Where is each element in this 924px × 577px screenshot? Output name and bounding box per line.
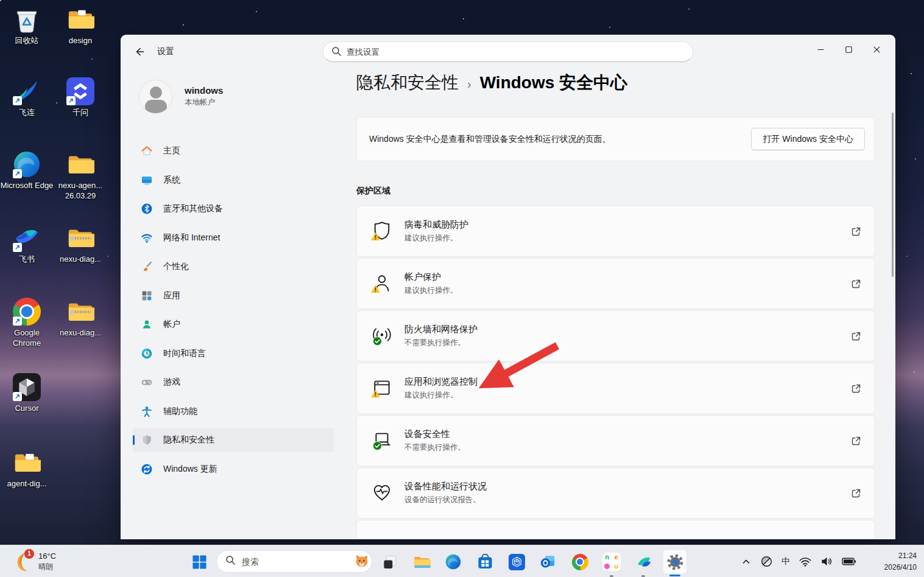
sidebar-item-bluetooth-devices[interactable]: 蓝牙和其他设备 xyxy=(133,197,334,221)
taskbar-search-input[interactable] xyxy=(242,557,352,567)
task-view-button[interactable] xyxy=(378,550,402,574)
search-icon xyxy=(225,555,236,568)
qianwen-icon xyxy=(66,77,95,106)
breadcrumb-separator: › xyxy=(467,77,471,91)
search-highlight-fox-icon xyxy=(352,551,370,572)
settings-button-active[interactable] xyxy=(663,550,687,574)
desktop-icon-feilian[interactable]: 飞连 xyxy=(0,77,54,118)
card-device-security[interactable]: 设备安全性 不需要执行操作。 xyxy=(356,415,875,466)
desktop-icon-feishu[interactable]: 飞书 xyxy=(0,223,54,265)
qianwen-cube-app-button[interactable] xyxy=(504,550,529,574)
shield-warning-icon xyxy=(372,220,393,242)
sidebar-nav: 主页 系统 蓝牙和其他设备 网络和 Internet 个性化 应用 帐户 时间 xyxy=(133,139,334,486)
gamepad-icon xyxy=(141,376,153,388)
protection-cards: 病毒和威胁防护 建议执行操作。 帐户保护 建议执行操作。 防火墙和网络保护 xyxy=(356,206,875,539)
ime-indicator[interactable]: 中 xyxy=(777,551,794,573)
external-link-icon xyxy=(851,331,861,341)
avatar xyxy=(139,80,172,113)
minimize-button[interactable] xyxy=(806,40,834,59)
desktop-icon-cursor[interactable]: Cursor xyxy=(0,372,54,414)
warning-badge-icon xyxy=(370,284,381,296)
back-button[interactable] xyxy=(129,43,150,60)
sidebar-item-time-language[interactable]: 时间和语言 xyxy=(133,341,334,366)
settings-search-input[interactable] xyxy=(323,41,693,62)
card-app-browser-control[interactable]: 应用和浏览器控制 建议执行操作。 xyxy=(356,363,875,414)
volume-tray-icon[interactable] xyxy=(816,551,838,573)
sidebar-item-apps[interactable]: 应用 xyxy=(133,284,334,308)
card-family-options[interactable]: 家庭选项 xyxy=(356,520,875,539)
desktop-icon-design[interactable]: design xyxy=(54,5,107,46)
apps-icon xyxy=(141,290,153,302)
close-button[interactable] xyxy=(862,40,890,59)
wifi-icon xyxy=(141,232,153,244)
breadcrumb-parent[interactable]: 隐私和安全性 xyxy=(356,71,459,94)
neu-app-button[interactable]: neu xyxy=(599,550,624,574)
maximize-button[interactable] xyxy=(834,40,862,59)
sidebar-item-privacy-security[interactable]: 隐私和安全性 xyxy=(133,428,334,452)
stars xyxy=(0,0,1,1)
file-explorer-button[interactable] xyxy=(409,550,434,574)
network-ok-icon xyxy=(372,325,393,347)
desktop-icon-label: 回收站 xyxy=(0,36,54,46)
desktop-icon-agent-dig-folder[interactable]: agent-dig... xyxy=(0,448,54,489)
warning-badge-icon xyxy=(370,389,381,400)
clock[interactable]: 21:24 2026/4/10 xyxy=(884,550,917,573)
sync-icon xyxy=(141,463,153,475)
external-link-icon xyxy=(851,488,861,498)
microsoft-store-button[interactable] xyxy=(473,550,497,574)
desktop-icon-nexu-agen-folder[interactable]: nexu-agen... 26.03.29 xyxy=(54,150,107,201)
edge-button[interactable] xyxy=(441,550,465,574)
desktop-icon-recycle-bin[interactable]: 回收站 xyxy=(0,5,54,46)
shortcut-arrow-icon xyxy=(13,96,22,105)
folder-open-icon xyxy=(12,448,41,477)
user-account-type: 本地帐户 xyxy=(185,97,223,108)
brush-icon xyxy=(141,261,153,273)
settings-window: 设置 windows 本地帐户 主页 系统 蓝牙和其他设备 网络和 Intern xyxy=(121,35,895,539)
tray-chevron-up-icon[interactable] xyxy=(736,551,756,573)
weather-widget[interactable]: 1 16°C 晴朗 xyxy=(7,549,60,574)
battery-tray-icon[interactable] xyxy=(838,551,861,573)
neu-app-icon: neu xyxy=(602,553,621,571)
system-icon xyxy=(141,174,153,186)
desktop-icon-nexu-diag-zip[interactable]: nexu-diag... xyxy=(54,223,107,265)
edge-icon xyxy=(12,150,41,179)
external-link-icon xyxy=(851,436,861,446)
family-icon xyxy=(372,534,393,539)
card-account-protection[interactable]: 帐户保护 建议执行操作。 xyxy=(356,258,875,309)
sidebar-item-accounts[interactable]: 帐户 xyxy=(133,312,334,337)
taskbar-search[interactable] xyxy=(216,550,372,573)
outlook-button[interactable] xyxy=(536,550,560,574)
sidebar-item-personalization[interactable]: 个性化 xyxy=(133,254,334,279)
desktop-icon-chrome[interactable]: Google Chrome xyxy=(0,297,54,349)
chrome-button[interactable] xyxy=(568,550,592,574)
desktop-icon-nexu-diag-zip-2[interactable]: nexu-diag... xyxy=(54,297,107,338)
sidebar-item-network-internet[interactable]: 网络和 Internet xyxy=(133,226,334,250)
scrollbar[interactable] xyxy=(892,113,894,277)
sidebar-item-accessibility[interactable]: 辅助功能 xyxy=(133,399,334,424)
window-title: 设置 xyxy=(157,46,174,57)
start-button[interactable] xyxy=(187,550,211,574)
open-windows-security-button[interactable]: 打开 Windows 安全中心 xyxy=(751,128,865,150)
card-virus-threat-protection[interactable]: 病毒和威胁防护 建议执行操作。 xyxy=(356,206,875,257)
user-profile[interactable]: windows 本地帐户 xyxy=(139,80,223,113)
desktop-icon-edge[interactable]: Microsoft Edge xyxy=(0,150,54,191)
desktop-icon-qianwen[interactable]: 千问 xyxy=(54,77,107,118)
card-firewall-network-protection[interactable]: 防火墙和网络保护 不需要执行操作。 xyxy=(356,310,875,362)
shortcut-arrow-icon xyxy=(13,316,22,326)
ok-badge-icon xyxy=(373,441,382,453)
shield-icon xyxy=(141,434,153,446)
app-window-warning-icon xyxy=(372,377,393,399)
bird-app-button[interactable] xyxy=(631,550,655,574)
sidebar-item-gaming[interactable]: 游戏 xyxy=(133,370,334,394)
sidebar-item-windows-update[interactable]: Windows 更新 xyxy=(133,457,334,481)
tray-onedrive-paused-icon[interactable] xyxy=(756,551,777,573)
window-controls xyxy=(806,40,890,59)
external-link-icon xyxy=(851,383,861,394)
zip-folder-icon xyxy=(66,297,95,326)
sidebar-item-system[interactable]: 系统 xyxy=(133,168,334,192)
sidebar-item-home[interactable]: 主页 xyxy=(133,139,334,163)
external-link-icon xyxy=(851,226,861,237)
wifi-tray-icon[interactable] xyxy=(794,551,816,573)
card-device-performance-health[interactable]: 设备性能和运行状况 设备的运行状况报告。 xyxy=(356,467,875,519)
user-name: windows xyxy=(185,85,223,96)
